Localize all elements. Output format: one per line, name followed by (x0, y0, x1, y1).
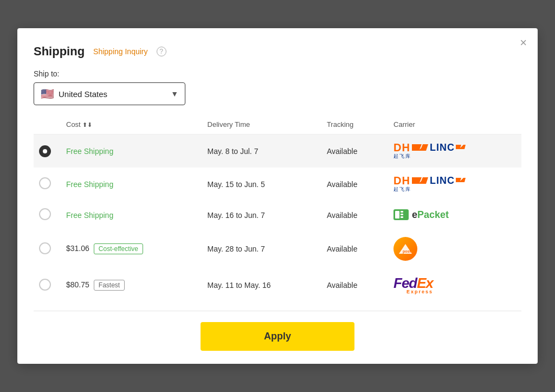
radio-cell (34, 134, 61, 168)
col-header-tracking: Tracking (321, 116, 388, 134)
radio-button[interactable] (39, 279, 51, 291)
delivery-cell: May. 8 to Jul. 7 (202, 134, 321, 168)
cost-cell: Free Shipping (61, 168, 202, 201)
svg-text:post: post (403, 249, 411, 254)
tracking-cell: Available (321, 229, 388, 268)
radio-cell (34, 268, 61, 302)
radio-button[interactable] (39, 145, 51, 157)
cost-badge: Cost-effective (94, 243, 143, 254)
cost-badge: Fastest (94, 280, 125, 291)
cost-cell: $31.06Cost-effective (61, 229, 202, 268)
shipping-table: Cost ⬆⬇ Delivery Time Tracking Carrier F… (34, 116, 521, 302)
table-row[interactable]: Free ShippingMay. 16 to Jun. 7Available … (34, 201, 521, 229)
svg-rect-8 (401, 211, 403, 213)
radio-button[interactable] (39, 208, 51, 220)
radio-cell (34, 168, 61, 201)
cost-cell: $80.75Fastest (61, 268, 202, 302)
col-header-carrier: Carrier (388, 116, 521, 134)
svg-rect-7 (395, 211, 399, 219)
svg-marker-0 (412, 144, 428, 151)
carrier-cell: FedEx Express (388, 268, 521, 302)
carrier-cell: DH LINC 起飞库 (388, 168, 521, 201)
epacket-logo: ePacket (393, 208, 449, 221)
col-header-cost: Cost ⬆⬇ (61, 116, 202, 134)
country-select[interactable]: 🇺🇸 United States ▼ (34, 82, 185, 105)
fedex-logo: FedEx Express (393, 276, 433, 294)
carrier-cell: ePacket (388, 201, 521, 229)
svg-marker-5 (456, 178, 466, 182)
modal-divider (34, 311, 521, 311)
modal-overlay[interactable]: × Shipping Shipping Inquiry ? Ship to: 🇺… (0, 0, 555, 392)
free-shipping-label: Free Shipping (66, 147, 113, 156)
dhlink-logo: DH LINC 起飞库 (393, 142, 466, 160)
modal-title: Shipping (34, 44, 85, 59)
cost-label: $80.75 (66, 280, 89, 289)
tracking-cell: Available (321, 134, 388, 168)
tracking-cell: Available (321, 268, 388, 302)
help-icon[interactable]: ? (157, 47, 166, 56)
carrier-cell: post (388, 229, 521, 268)
cost-cell: Free Shipping (61, 201, 202, 229)
cost-cell: Free Shipping (61, 134, 202, 168)
free-shipping-label: Free Shipping (66, 211, 113, 220)
carrier-cell: DH LINC 起飞库 (388, 134, 521, 168)
delivery-cell: May. 16 to Jun. 7 (202, 201, 321, 229)
col-header-radio (34, 116, 61, 134)
post-logo: post (393, 237, 417, 261)
country-flag: 🇺🇸 (41, 87, 54, 100)
delivery-cell: May. 28 to Jun. 7 (202, 229, 321, 268)
tracking-cell: Available (321, 201, 388, 229)
apply-button[interactable]: Apply (201, 322, 354, 351)
free-shipping-label: Free Shipping (66, 180, 113, 189)
table-row[interactable]: $31.06Cost-effectiveMay. 28 to Jun. 7Ava… (34, 229, 521, 268)
close-button[interactable]: × (520, 37, 527, 49)
table-row[interactable]: Free ShippingMay. 8 to Jul. 7Available D… (34, 134, 521, 168)
tracking-cell: Available (321, 168, 388, 201)
shipping-inquiry-link[interactable]: Shipping Inquiry (93, 47, 147, 56)
country-name: United States (59, 89, 166, 99)
radio-cell (34, 229, 61, 268)
table-row[interactable]: Free ShippingMay. 15 to Jun. 5Available … (34, 168, 521, 201)
radio-cell (34, 201, 61, 229)
chevron-down-icon: ▼ (171, 89, 178, 98)
col-header-delivery: Delivery Time (202, 116, 321, 134)
delivery-cell: May. 15 to Jun. 5 (202, 168, 321, 201)
modal-header: Shipping Shipping Inquiry ? (34, 44, 521, 59)
ship-to-label: Ship to: (34, 69, 521, 78)
svg-marker-3 (412, 177, 428, 184)
radio-button[interactable] (39, 242, 51, 254)
delivery-cell: May. 11 to May. 16 (202, 268, 321, 302)
radio-button[interactable] (39, 177, 51, 189)
shipping-modal: × Shipping Shipping Inquiry ? Ship to: 🇺… (17, 28, 538, 364)
svg-marker-2 (456, 145, 466, 149)
svg-rect-9 (401, 214, 403, 215)
svg-rect-10 (401, 216, 403, 218)
table-row[interactable]: $80.75FastestMay. 11 to May. 16Available… (34, 268, 521, 302)
cost-label: $31.06 (66, 244, 89, 253)
dhlink-logo: DH LINC 起飞库 (393, 175, 466, 193)
